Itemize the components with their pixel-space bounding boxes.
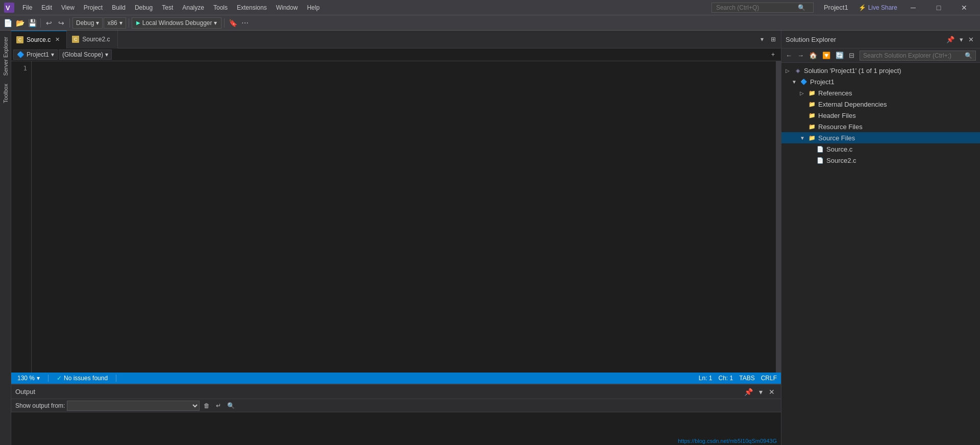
se-search-input[interactable]: [863, 52, 965, 59]
scope-nav-dropdown[interactable]: (Global Scope) ▾: [59, 50, 112, 60]
se-dropdown-btn[interactable]: ▾: [958, 35, 965, 44]
minimize-button[interactable]: ─: [901, 0, 925, 15]
menu-tools[interactable]: Tools: [209, 3, 232, 12]
tree-header-files[interactable]: 📁 Header Files: [781, 110, 980, 121]
menu-extensions[interactable]: Extensions: [233, 3, 271, 12]
tab-list-btn[interactable]: ▾: [757, 35, 767, 44]
vs-logo: V: [4, 3, 14, 13]
tab-expand-btn[interactable]: ⊞: [768, 35, 779, 44]
server-explorer-tab[interactable]: Server Explorer: [1, 33, 10, 80]
solution-explorer: Solution Explorer 📌 ▾ ✕ ← → 🏠 🔽 🔄 ⊟ 🔍 ▷: [781, 31, 980, 445]
new-project-btn[interactable]: 📄: [2, 17, 13, 29]
references-arrow: ▷: [800, 90, 806, 96]
project1-arrow: ▼: [792, 79, 798, 85]
play-icon: ▶: [136, 20, 140, 26]
maximize-button[interactable]: □: [927, 0, 950, 15]
output-dropdown-btn[interactable]: ▾: [757, 387, 765, 397]
menu-debug[interactable]: Debug: [131, 3, 157, 12]
open-btn[interactable]: 📂: [14, 17, 26, 29]
live-share-icon: ⚡: [859, 4, 866, 11]
solution-label: Solution 'Project1' (1 of 1 project): [804, 67, 901, 75]
se-collapse-btn[interactable]: ⊟: [847, 51, 856, 60]
run-button[interactable]: ▶ Local Windows Debugger ▾: [132, 17, 222, 29]
se-forward-btn[interactable]: →: [795, 51, 806, 60]
debug-dropdown[interactable]: Debug ▾: [72, 17, 103, 29]
output-close-btn[interactable]: ✕: [767, 387, 777, 397]
tree-source-c[interactable]: 📄 Source.c: [781, 143, 980, 155]
solution-arrow: ▷: [786, 68, 792, 73]
tab-source2-c[interactable]: C Source2.c: [67, 31, 118, 48]
search-input[interactable]: [716, 4, 798, 11]
nav-sync-btn[interactable]: +: [769, 50, 777, 59]
se-back-btn[interactable]: ←: [783, 51, 794, 60]
no-issues[interactable]: ✓ No issues found: [55, 375, 110, 382]
tree-source-files[interactable]: ▼ 📁 Source Files: [781, 132, 980, 143]
zoom-level[interactable]: 130 % ▾: [15, 375, 42, 382]
menu-analyze[interactable]: Analyze: [178, 3, 208, 12]
se-filter-btn[interactable]: 🔽: [820, 51, 832, 60]
output-toolbar: Show output from: 🗑 ↵ 🔍: [11, 399, 781, 412]
se-close-btn[interactable]: ✕: [966, 35, 976, 44]
redo-btn[interactable]: ↪: [56, 17, 67, 29]
header-files-label: Header Files: [818, 112, 856, 119]
menu-project[interactable]: Project: [80, 3, 107, 12]
sep4: [224, 18, 225, 28]
title-bar: V File Edit View Project Build Debug Tes…: [0, 0, 980, 15]
output-pin-btn[interactable]: 📌: [742, 387, 755, 397]
tab-source-c[interactable]: C Source.c ✕: [11, 31, 67, 48]
tree-project1[interactable]: ▼ 🔷 Project1: [781, 76, 980, 87]
se-toolbar: ← → 🏠 🔽 🔄 ⊟ 🔍: [781, 48, 980, 63]
window-controls: ─ □ ✕: [901, 0, 976, 15]
output-find-btn[interactable]: 🔍: [225, 401, 237, 410]
live-share-label: Live Share: [868, 4, 897, 11]
toolbox-tab[interactable]: Toolbox: [1, 80, 10, 107]
no-issues-label: No issues found: [64, 375, 108, 382]
ext-deps-icon: 📁: [808, 100, 816, 108]
scroll-bar-right[interactable]: [776, 61, 781, 373]
global-search[interactable]: 🔍: [712, 3, 814, 13]
live-share-button[interactable]: ⚡ Live Share: [854, 3, 901, 12]
bookmark-btn[interactable]: 🔖: [227, 17, 238, 29]
tree-solution[interactable]: ▷ ◈ Solution 'Project1' (1 of 1 project): [781, 65, 980, 76]
tree-external-deps[interactable]: 📁 External Dependencies: [781, 98, 980, 110]
output-actions: 📌 ▾ ✕: [742, 387, 777, 397]
source-files-arrow: ▼: [800, 135, 806, 141]
close-button[interactable]: ✕: [952, 0, 976, 15]
menu-file[interactable]: File: [18, 3, 36, 12]
code-content[interactable]: [32, 61, 776, 373]
output-source-select[interactable]: [67, 401, 200, 411]
header-files-icon: 📁: [808, 111, 816, 119]
se-search[interactable]: 🔍: [860, 51, 976, 61]
project1-label: Project1: [810, 78, 835, 86]
undo-btn[interactable]: ↩: [43, 17, 55, 29]
tree-source2-c[interactable]: 📄 Source2.c: [781, 155, 980, 166]
tab-source-c-close[interactable]: ✕: [54, 36, 61, 43]
save-btn[interactable]: 💾: [27, 17, 38, 29]
menu-test[interactable]: Test: [158, 3, 177, 12]
se-pin-btn[interactable]: 📌: [944, 35, 957, 44]
menu-edit[interactable]: Edit: [37, 3, 56, 12]
se-home-btn[interactable]: 🏠: [807, 51, 819, 60]
output-wrap-btn[interactable]: ↵: [214, 401, 223, 410]
se-refresh-btn[interactable]: 🔄: [834, 51, 846, 60]
solution-icon: ◈: [794, 66, 802, 75]
menu-window[interactable]: Window: [272, 3, 302, 12]
debug-arrow: ▾: [96, 19, 99, 27]
source-files-icon: 📁: [808, 134, 816, 142]
output-clear-btn[interactable]: 🗑: [202, 401, 212, 410]
se-tree: ▷ ◈ Solution 'Project1' (1 of 1 project)…: [781, 63, 980, 445]
menu-view[interactable]: View: [57, 3, 79, 12]
more-btn[interactable]: ⋯: [239, 17, 251, 29]
tabs-indicator: TABS: [739, 375, 754, 382]
tree-references[interactable]: ▷ 📁 References: [781, 87, 980, 98]
project-nav-dropdown[interactable]: 🔷 Project1 ▾: [13, 50, 58, 60]
menu-build[interactable]: Build: [108, 3, 130, 12]
line-indicator: Ln: 1: [699, 375, 713, 382]
run-arrow: ▾: [214, 19, 217, 27]
platform-dropdown[interactable]: x86 ▾: [104, 17, 126, 29]
line-numbers: 1: [11, 61, 32, 373]
tab-actions: ▾ ⊞: [757, 35, 781, 44]
menu-help[interactable]: Help: [303, 3, 324, 12]
tree-resource-files[interactable]: 📁 Resource Files: [781, 121, 980, 132]
output-header: Output 📌 ▾ ✕: [11, 385, 781, 399]
